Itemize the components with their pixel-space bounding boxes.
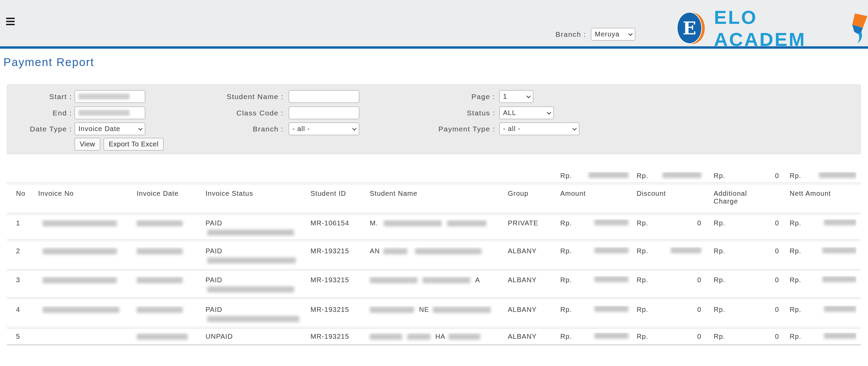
redacted-nett (824, 219, 856, 225)
redacted-invoice-date (137, 248, 183, 254)
chevron-down-icon (573, 126, 577, 131)
redacted-total-nett (819, 172, 856, 178)
student-name: A (367, 276, 505, 297)
student-name-label: Student Name : (150, 93, 284, 101)
branch-filter-select[interactable]: - all - (289, 123, 359, 135)
col-student-name: Student Name (367, 190, 505, 213)
header-branch-group: Branch : Meruya (555, 28, 635, 41)
logo-emblem-letter: E (677, 12, 702, 44)
redacted-total-amount (589, 172, 628, 178)
redacted-amount (594, 306, 628, 312)
col-invoice-date: Invoice Date (132, 190, 204, 213)
redacted-nett (822, 247, 856, 253)
student-name: M. (367, 219, 505, 239)
branch-filter-value: - all - (292, 125, 310, 133)
redacted-name (370, 277, 417, 283)
redacted-name (370, 334, 402, 340)
redacted-invoice-date (137, 334, 188, 340)
redacted-payment-info (207, 229, 294, 236)
payment-type-select[interactable]: - all - (499, 123, 579, 135)
totals-row: Rp. Rp. Rp. 0 Rp. (7, 169, 861, 182)
student-name-input[interactable] (289, 90, 359, 103)
filter-panel: Start : End : Date Type : Invoice Date V… (7, 84, 861, 154)
date-type-select[interactable]: Invoice Date (75, 123, 145, 135)
redacted-invoice-date (137, 277, 183, 283)
status-value: ALL (503, 109, 516, 117)
total-amount: Rp. (560, 172, 633, 182)
end-date-input[interactable] (75, 107, 145, 119)
logo-emblem-icon: E (677, 12, 704, 45)
student-name: NE (367, 306, 505, 327)
redacted-start-date (78, 94, 130, 99)
col-nett-amount: Nett Amount (783, 190, 856, 213)
total-additional-charge: Rp. 0 (705, 172, 783, 182)
total-nett-amount: Rp. (783, 172, 856, 182)
logo-bolt-y-icon (851, 12, 868, 44)
redacted-invoice-no (43, 307, 119, 313)
col-discount: Discount (633, 190, 705, 213)
col-additional-charge: Additional Charge (705, 190, 783, 213)
redacted-invoice-date (137, 220, 183, 226)
redacted-amount (594, 333, 628, 339)
table-row: 4 PAID MR-193215 NE ALBANY Rp. Rp.0 Rp.0… (7, 299, 861, 327)
class-code-input[interactable] (289, 107, 359, 119)
chevron-down-icon (352, 126, 357, 131)
logo-wordmark: ELO ACADEM (714, 6, 850, 50)
table-row: 1 PAID MR-106154 M. PRIVATE Rp. Rp.0 Rp.… (7, 214, 861, 239)
redacted-end-date (78, 110, 130, 116)
invoice-status: PAID (204, 219, 309, 239)
page-select[interactable]: 1 (499, 90, 533, 103)
logo: E ELO ACADEM (677, 6, 868, 50)
redacted-amount (594, 247, 628, 253)
menu-hamburger-icon[interactable] (6, 18, 15, 26)
col-no: No (16, 190, 38, 213)
view-button[interactable]: View (75, 138, 100, 150)
status-label: Status : (382, 109, 495, 117)
redacted-payment-info (207, 257, 296, 264)
col-invoice-status: Invoice Status (204, 190, 309, 213)
invoice-status: PAID (204, 247, 309, 269)
invoice-status: UNPAID (204, 333, 309, 345)
page-value: 1 (503, 93, 507, 100)
student-name: HA (367, 333, 505, 345)
redacted-name (448, 334, 480, 340)
redacted-name (384, 220, 442, 226)
table-row: 2 PAID MR-193215 AN ALBANY Rp. Rp. Rp.0 … (7, 241, 861, 269)
col-invoice-no: Invoice No (38, 190, 132, 213)
invoice-status: PAID (204, 306, 309, 327)
status-select[interactable]: ALL (499, 107, 554, 119)
redacted-name (433, 307, 491, 313)
class-code-label: Class Code : (150, 109, 284, 117)
table-bottom-divider (7, 345, 861, 345)
payment-report-table: Rp. Rp. Rp. 0 Rp. No Invoice No Invoice … (7, 169, 861, 345)
redacted-name (407, 334, 430, 340)
redacted-invoice-date (137, 307, 183, 313)
total-discount: Rp. (633, 172, 705, 182)
date-type-label: Date Type : (7, 125, 72, 133)
date-type-value: Invoice Date (78, 125, 120, 133)
payment-type-value: - all - (503, 125, 520, 133)
redacted-nett (824, 306, 856, 312)
table-row: 5 UNPAID MR-193215 HA ALBANY Rp. Rp.0 Rp… (7, 329, 861, 345)
redacted-name (370, 307, 414, 313)
table-header-row: No Invoice No Invoice Date Invoice Statu… (7, 184, 861, 213)
export-to-excel-button[interactable]: Export To Excel (104, 138, 164, 150)
header-branch-label: Branch : (555, 30, 586, 38)
redacted-payment-info (207, 286, 294, 292)
redacted-payment-info (207, 316, 299, 322)
redacted-invoice-no (43, 277, 117, 283)
chevron-down-icon (527, 94, 531, 98)
start-label: Start : (7, 93, 72, 101)
redacted-invoice-no (43, 248, 117, 254)
redacted-discount (671, 247, 701, 253)
student-name: AN (367, 247, 505, 269)
redacted-name (383, 248, 407, 254)
redacted-name (447, 220, 486, 226)
table-row: 3 PAID MR-193215 A ALBANY Rp. Rp.0 Rp.0 … (7, 271, 861, 297)
top-bar: Branch : Meruya E ELO ACADEM (0, 0, 868, 49)
redacted-amount (594, 219, 628, 225)
start-date-input[interactable] (75, 90, 145, 103)
header-branch-select[interactable]: Meruya (591, 28, 635, 41)
redacted-nett (824, 333, 856, 339)
page-title: Payment Report (3, 56, 94, 69)
